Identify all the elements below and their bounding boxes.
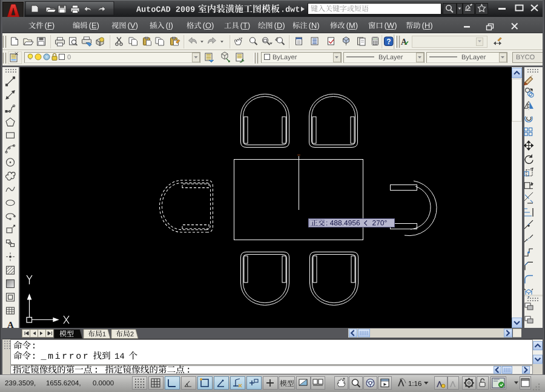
svg-text:A: A xyxy=(401,38,408,47)
svg-text:?: ? xyxy=(386,38,391,46)
